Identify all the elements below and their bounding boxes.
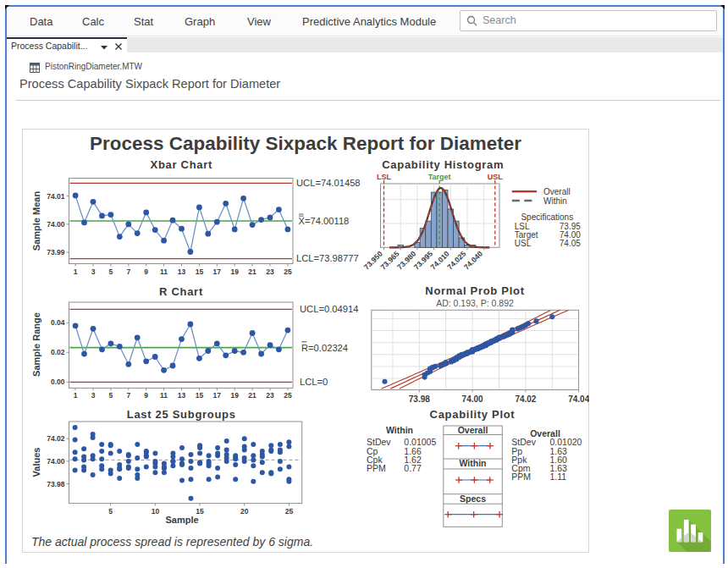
svg-text:Sample: Sample [165, 515, 198, 525]
svg-text:Target: Target [514, 229, 538, 239]
svg-text:LCL=0: LCL=0 [300, 376, 328, 386]
svg-text:USL: USL [487, 173, 503, 181]
svg-text:21: 21 [248, 267, 256, 275]
svg-text:25: 25 [284, 506, 293, 515]
svg-text:74.05: 74.05 [559, 239, 580, 248]
svg-text:1: 1 [73, 267, 77, 275]
svg-text:13: 13 [177, 267, 185, 275]
svg-text:15: 15 [195, 391, 203, 400]
svg-text:73.99: 73.99 [47, 248, 65, 256]
svg-text:0.04: 0.04 [50, 318, 64, 327]
svg-text:Within: Within [543, 196, 567, 206]
svg-text:Capability Histogram: Capability Histogram [382, 158, 504, 171]
svg-text:74.02: 74.02 [47, 434, 65, 443]
svg-text:23: 23 [266, 391, 274, 400]
svg-text:PPM: PPM [511, 471, 531, 482]
svg-text:Sample Mean: Sample Mean [31, 190, 41, 251]
svg-text:9: 9 [144, 267, 148, 275]
svg-text:9: 9 [144, 391, 148, 400]
svg-text:Capability Plot: Capability Plot [429, 408, 515, 421]
svg-text:74.04: 74.04 [568, 394, 589, 404]
svg-text:Sample Range: Sample Range [31, 312, 41, 377]
svg-text:74.00: 74.00 [559, 229, 580, 239]
svg-text:3: 3 [91, 267, 95, 275]
svg-text:Specifications: Specifications [521, 212, 573, 222]
svg-text:17: 17 [212, 267, 221, 275]
svg-text:19: 19 [230, 391, 239, 400]
svg-text:17: 17 [212, 391, 221, 400]
svg-text:5: 5 [108, 267, 113, 275]
svg-text:15: 15 [195, 267, 203, 275]
svg-text:Values: Values [31, 447, 41, 477]
svg-text:R=0.02324: R=0.02324 [301, 342, 348, 352]
svg-text:X=74.00118: X=74.00118 [298, 216, 349, 226]
svg-text:UCL=74.01458: UCL=74.01458 [296, 177, 361, 187]
svg-text:Target: Target [427, 173, 450, 181]
svg-text:74.02: 74.02 [515, 394, 536, 404]
svg-text:7: 7 [126, 391, 130, 400]
svg-text:73.98: 73.98 [47, 479, 65, 488]
svg-text:25: 25 [284, 267, 292, 275]
svg-text:13: 13 [177, 391, 185, 400]
svg-text:0.00: 0.00 [50, 378, 64, 386]
svg-text:LSL: LSL [514, 221, 529, 230]
svg-text:LSL: LSL [377, 173, 392, 181]
svg-text:74.01: 74.01 [47, 191, 65, 200]
svg-text:19: 19 [230, 267, 239, 275]
svg-text:11: 11 [160, 391, 168, 400]
svg-text:73.95: 73.95 [559, 221, 580, 230]
svg-text:Overall: Overall [543, 186, 571, 196]
svg-text:7: 7 [126, 267, 130, 275]
svg-text:20: 20 [240, 506, 248, 515]
svg-text:74.00: 74.00 [47, 456, 65, 465]
svg-text:PPM: PPM [367, 463, 386, 473]
svg-text:USL: USL [514, 239, 531, 248]
svg-text:73.98: 73.98 [408, 394, 429, 404]
svg-text:LCL=73.98777: LCL=73.98777 [296, 253, 359, 263]
svg-text:1.11: 1.11 [549, 471, 566, 482]
svg-text:Process Capability Sixpack Rep: Process Capability Sixpack Report for Di… [89, 132, 521, 153]
svg-text:74.00: 74.00 [461, 394, 483, 404]
svg-text:23: 23 [266, 267, 274, 275]
svg-text:AD: 0.193, P: 0.892: AD: 0.193, P: 0.892 [436, 297, 514, 307]
svg-text:Last 25 Subgroups: Last 25 Subgroups [126, 407, 235, 420]
svg-text:UCL=0.04914: UCL=0.04914 [300, 303, 358, 313]
svg-text:Overall: Overall [457, 424, 488, 434]
svg-text:Xbar Chart: Xbar Chart [150, 158, 212, 171]
svg-text:Within: Within [386, 425, 413, 435]
svg-text:Specs: Specs [460, 493, 486, 503]
svg-text:10: 10 [151, 506, 159, 515]
svg-text:Within: Within [459, 458, 486, 468]
svg-text:3: 3 [91, 391, 95, 400]
svg-text:R Chart: R Chart [159, 285, 203, 298]
svg-text:0.02: 0.02 [50, 348, 64, 356]
svg-text:1: 1 [73, 391, 77, 400]
svg-text:Normal Prob Plot: Normal Prob Plot [425, 284, 524, 297]
svg-text:5: 5 [108, 391, 113, 400]
svg-text:74.00: 74.00 [47, 219, 65, 228]
svg-text:The actual process spread is r: The actual process spread is represented… [31, 535, 313, 549]
svg-text:0.77: 0.77 [404, 463, 422, 473]
svg-text:5: 5 [108, 506, 113, 515]
svg-text:11: 11 [160, 267, 168, 275]
svg-text:21: 21 [248, 391, 256, 400]
svg-text:25: 25 [284, 391, 292, 400]
